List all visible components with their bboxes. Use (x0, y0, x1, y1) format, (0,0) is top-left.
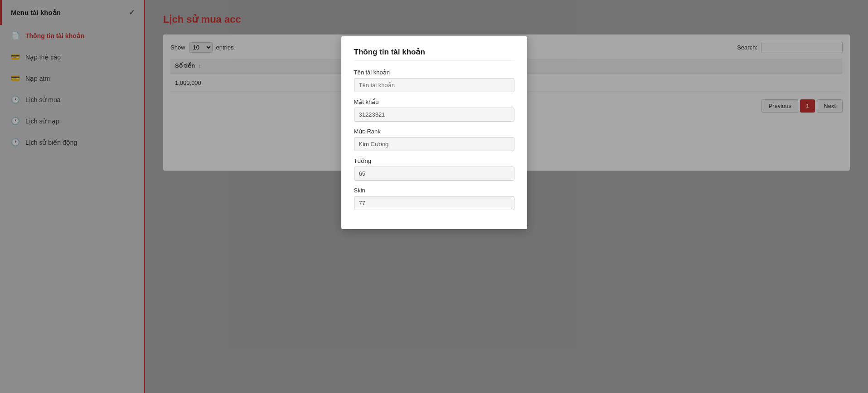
modal-title: Thông tin tài khoản (354, 47, 514, 61)
field-tuong: Tướng (354, 157, 514, 181)
input-skin[interactable] (354, 196, 514, 210)
input-muc-rank[interactable] (354, 137, 514, 151)
modal-overlay[interactable]: Thông tin tài khoản Tên tài khoản Mật kh… (0, 0, 868, 393)
label-skin: Skin (354, 187, 514, 194)
field-ten-tai-khoan: Tên tài khoản (354, 69, 514, 92)
input-ten-tai-khoan[interactable] (354, 78, 514, 92)
label-ten-tai-khoan: Tên tài khoản (354, 69, 514, 76)
label-muc-rank: Mức Rank (354, 128, 514, 135)
field-mat-khau: Mật khẩu (354, 98, 514, 122)
field-muc-rank: Mức Rank (354, 128, 514, 151)
input-mat-khau[interactable] (354, 108, 514, 122)
input-tuong[interactable] (354, 167, 514, 181)
label-mat-khau: Mật khẩu (354, 98, 514, 105)
label-tuong: Tướng (354, 157, 514, 164)
field-skin: Skin (354, 187, 514, 210)
modal-dialog: Thông tin tài khoản Tên tài khoản Mật kh… (341, 36, 527, 229)
